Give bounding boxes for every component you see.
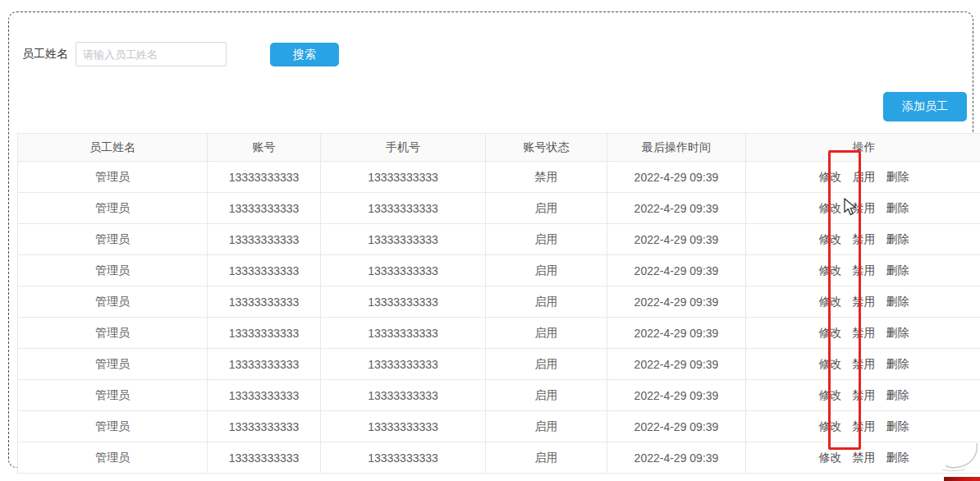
column-header-status: 账号状态	[486, 134, 607, 162]
delete-link[interactable]: 删除	[886, 451, 909, 465]
cell-phone: 13333333333	[321, 380, 486, 411]
cell-operations: 修改 禁用 删除	[746, 255, 980, 286]
delete-link[interactable]: 删除	[886, 263, 909, 278]
delete-link[interactable]: 删除	[886, 388, 909, 403]
cell-status: 启用	[486, 286, 607, 318]
cell-employee-name: 管理员	[18, 162, 208, 193]
cell-phone: 13333333333	[321, 286, 486, 318]
search-button[interactable]: 搜索	[270, 43, 339, 66]
toggle-status-link[interactable]: 禁用	[853, 263, 876, 278]
employee-management-panel: 员工姓名 搜索 添加员工 员工姓名 账号 手机号 账号状态 最后操作时间 操作 …	[8, 11, 973, 468]
cell-last-op-time: 2022-4-29 09:39	[607, 442, 746, 474]
edit-link[interactable]: 修改	[819, 201, 842, 216]
cell-account: 13333333333	[208, 286, 321, 318]
delete-link[interactable]: 删除	[886, 419, 909, 434]
cell-operations: 修改 禁用 删除	[746, 380, 980, 411]
cell-account: 13333333333	[208, 193, 321, 224]
cell-last-op-time: 2022-4-29 09:39	[607, 224, 746, 255]
cell-status: 启用	[486, 349, 607, 380]
cell-status: 禁用	[486, 162, 607, 193]
toggle-status-link[interactable]: 禁用	[853, 201, 876, 216]
cell-operations: 修改 禁用 删除	[746, 411, 980, 442]
cell-employee-name: 管理员	[18, 193, 208, 224]
toggle-status-link[interactable]: 禁用	[853, 295, 876, 309]
delete-link[interactable]: 删除	[886, 357, 909, 372]
cell-account: 13333333333	[208, 349, 321, 380]
cell-employee-name: 管理员	[18, 318, 208, 349]
cell-employee-name: 管理员	[18, 286, 208, 318]
delete-link[interactable]: 删除	[886, 170, 909, 185]
table-row: 管理员 13333333333 13333333333 启用 2022-4-29…	[18, 442, 980, 474]
cell-status: 启用	[486, 224, 607, 255]
delete-link[interactable]: 删除	[886, 326, 909, 341]
column-header-last-op-time: 最后操作时间	[607, 134, 746, 162]
add-employee-button[interactable]: 添加员工	[883, 92, 967, 121]
edit-link[interactable]: 修改	[819, 388, 842, 403]
toggle-status-link[interactable]: 禁用	[853, 326, 876, 341]
cell-operations: 修改 禁用 删除	[746, 286, 980, 318]
cell-last-op-time: 2022-4-29 09:39	[607, 162, 746, 193]
cell-status: 启用	[486, 380, 607, 411]
edit-link[interactable]: 修改	[819, 170, 842, 185]
employee-name-label: 员工姓名	[22, 47, 68, 62]
cell-operations: 修改 禁用 删除	[746, 442, 980, 474]
table-row: 管理员 13333333333 13333333333 启用 2022-4-29…	[18, 349, 980, 380]
cell-operations: 修改 启用 删除	[746, 162, 980, 193]
search-row: 员工姓名	[22, 42, 227, 66]
cell-last-op-time: 2022-4-29 09:39	[607, 255, 746, 286]
edit-link[interactable]: 修改	[819, 295, 842, 309]
toggle-status-link[interactable]: 禁用	[853, 232, 876, 247]
cell-employee-name: 管理员	[18, 255, 208, 286]
toggle-status-link[interactable]: 禁用	[853, 357, 876, 372]
cell-phone: 13333333333	[321, 224, 486, 255]
table-row: 管理员 13333333333 13333333333 启用 2022-4-29…	[18, 411, 980, 442]
table-row: 管理员 13333333333 13333333333 启用 2022-4-29…	[18, 286, 980, 318]
toggle-status-link[interactable]: 禁用	[853, 388, 876, 403]
delete-link[interactable]: 删除	[886, 232, 909, 247]
toggle-status-link[interactable]: 启用	[853, 170, 876, 185]
table-row: 管理员 13333333333 13333333333 启用 2022-4-29…	[18, 255, 980, 286]
cell-status: 启用	[486, 411, 607, 442]
cell-operations: 修改 禁用 删除	[746, 224, 980, 255]
cell-status: 启用	[486, 193, 607, 224]
edit-link[interactable]: 修改	[819, 419, 842, 434]
cell-employee-name: 管理员	[18, 411, 208, 442]
edit-link[interactable]: 修改	[819, 263, 842, 278]
cutoff-red-bar	[944, 477, 980, 481]
delete-link[interactable]: 删除	[886, 295, 909, 309]
toggle-status-link[interactable]: 禁用	[853, 451, 876, 465]
cell-phone: 13333333333	[321, 349, 486, 380]
cell-account: 13333333333	[208, 162, 321, 193]
column-header-name: 员工姓名	[18, 134, 208, 162]
table-row: 管理员 13333333333 13333333333 启用 2022-4-29…	[18, 318, 980, 349]
edit-link[interactable]: 修改	[819, 326, 842, 341]
cell-last-op-time: 2022-4-29 09:39	[607, 318, 746, 349]
cell-account: 13333333333	[208, 224, 321, 255]
edit-link[interactable]: 修改	[819, 357, 842, 372]
cell-phone: 13333333333	[321, 442, 486, 474]
cell-phone: 13333333333	[321, 318, 486, 349]
table-header-row: 员工姓名 账号 手机号 账号状态 最后操作时间 操作	[18, 134, 980, 162]
column-header-operations: 操作	[746, 134, 980, 162]
employee-table: 员工姓名 账号 手机号 账号状态 最后操作时间 操作 管理员 133333333…	[17, 133, 980, 474]
cell-employee-name: 管理员	[18, 349, 208, 380]
edit-link[interactable]: 修改	[819, 232, 842, 247]
table-row: 管理员 13333333333 13333333333 启用 2022-4-29…	[18, 380, 980, 411]
cell-account: 13333333333	[208, 255, 321, 286]
cell-status: 启用	[486, 318, 607, 349]
cell-account: 13333333333	[208, 442, 321, 474]
toggle-status-link[interactable]: 禁用	[853, 419, 876, 434]
cell-last-op-time: 2022-4-29 09:39	[607, 193, 746, 224]
cell-operations: 修改 禁用 删除	[746, 318, 980, 349]
cell-phone: 13333333333	[321, 193, 486, 224]
cell-last-op-time: 2022-4-29 09:39	[607, 286, 746, 318]
delete-link[interactable]: 删除	[886, 201, 909, 216]
cell-phone: 13333333333	[321, 162, 486, 193]
cell-last-op-time: 2022-4-29 09:39	[607, 380, 746, 411]
table-row: 管理员 13333333333 13333333333 启用 2022-4-29…	[18, 193, 980, 224]
employee-name-input[interactable]	[76, 42, 227, 66]
edit-link[interactable]: 修改	[819, 451, 842, 465]
cell-account: 13333333333	[208, 318, 321, 349]
cell-employee-name: 管理员	[18, 442, 208, 474]
cell-last-op-time: 2022-4-29 09:39	[607, 349, 746, 380]
